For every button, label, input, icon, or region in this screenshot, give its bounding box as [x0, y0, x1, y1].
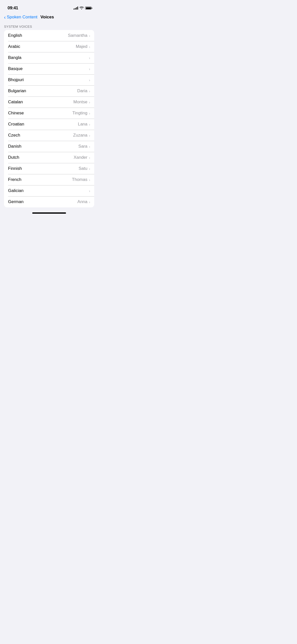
wifi-icon — [80, 6, 84, 10]
list-item[interactable]: CzechZuzana› — [4, 130, 94, 141]
item-right: Xander› — [74, 155, 90, 160]
voice-value: Samantha — [68, 33, 88, 38]
item-right: Lana› — [78, 122, 90, 127]
nav-bar: ‹ Spoken Content Voices — [0, 13, 98, 23]
status-icons — [74, 6, 92, 10]
chevron-right-icon: › — [89, 100, 90, 104]
voice-value: Satu — [79, 166, 87, 171]
item-right: Satu› — [79, 166, 90, 171]
chevron-right-icon: › — [89, 133, 90, 138]
item-right: Zuzana› — [73, 133, 90, 138]
language-label: German — [8, 199, 23, 204]
chevron-right-icon: › — [89, 122, 90, 126]
list-item[interactable]: Galician› — [4, 185, 94, 196]
language-label: Galician — [8, 188, 23, 193]
home-indicator — [0, 210, 98, 216]
back-chevron-icon: ‹ — [4, 15, 6, 20]
list-item[interactable]: CroatianLana› — [4, 119, 94, 130]
language-label: Chinese — [8, 111, 24, 116]
voices-list: EnglishSamantha›ArabicMajed›Bangla›Basqu… — [4, 30, 94, 207]
item-right: Samantha› — [68, 33, 90, 38]
language-label: Bangla — [8, 55, 21, 60]
status-bar: 09:41 — [0, 0, 98, 13]
chevron-right-icon: › — [89, 67, 90, 71]
voice-value: Tingting — [72, 111, 87, 116]
page-title: Voices — [41, 15, 54, 20]
language-label: Danish — [8, 144, 21, 149]
voice-value: Sara — [78, 144, 87, 149]
voice-value: Daria — [77, 88, 87, 93]
list-item[interactable]: CatalanMontse› — [4, 96, 94, 108]
list-item[interactable]: ChineseTingting› — [4, 108, 94, 119]
back-button[interactable]: ‹ Spoken Content — [4, 15, 38, 20]
signal-icon — [74, 7, 78, 10]
list-item[interactable]: DanishSara› — [4, 141, 94, 152]
chevron-right-icon: › — [89, 56, 90, 60]
language-label: French — [8, 177, 21, 182]
voice-value: Lana — [78, 122, 87, 127]
language-label: Basque — [8, 66, 23, 71]
list-item[interactable]: ArabicMajed› — [4, 41, 94, 52]
item-right: › — [89, 78, 90, 82]
chevron-right-icon: › — [89, 189, 90, 193]
section-header: SYSTEM VOICES — [0, 23, 98, 30]
list-item[interactable]: Bhojpuri› — [4, 74, 94, 85]
voice-value: Anna — [77, 199, 87, 204]
list-item[interactable]: Basque› — [4, 63, 94, 74]
chevron-right-icon: › — [89, 144, 90, 149]
language-label: English — [8, 33, 22, 38]
language-label: Dutch — [8, 155, 19, 160]
chevron-right-icon: › — [89, 78, 90, 82]
chevron-right-icon: › — [89, 167, 90, 171]
list-item[interactable]: EnglishSamantha› — [4, 30, 94, 41]
language-label: Croatian — [8, 122, 24, 127]
voice-value: Majed — [76, 44, 87, 49]
language-label: Arabic — [8, 44, 20, 49]
chevron-right-icon: › — [89, 155, 90, 160]
language-label: Czech — [8, 133, 20, 138]
voice-value: Thomas — [72, 177, 87, 182]
list-item[interactable]: BulgarianDaria› — [4, 85, 94, 96]
home-indicator-bar — [32, 212, 66, 214]
voice-value: Zuzana — [73, 133, 87, 138]
language-label: Bulgarian — [8, 88, 26, 93]
language-label: Bhojpuri — [8, 77, 24, 82]
list-item[interactable]: DutchXander› — [4, 152, 94, 163]
list-item[interactable]: FrenchThomas› — [4, 174, 94, 185]
language-label: Finnish — [8, 166, 22, 171]
item-right: Tingting› — [72, 111, 90, 116]
item-right: › — [89, 189, 90, 193]
voice-value: Montse — [73, 100, 87, 105]
voice-value: Xander — [74, 155, 87, 160]
item-right: Montse› — [73, 100, 90, 105]
chevron-right-icon: › — [89, 200, 90, 204]
item-right: › — [89, 56, 90, 60]
chevron-right-icon: › — [89, 111, 90, 115]
item-right: Anna› — [77, 199, 90, 204]
back-label: Spoken Content — [7, 15, 38, 20]
status-time: 09:41 — [8, 6, 18, 11]
item-right: Daria› — [77, 88, 90, 93]
item-right: › — [89, 67, 90, 71]
chevron-right-icon: › — [89, 89, 90, 93]
battery-icon — [85, 7, 92, 10]
chevron-right-icon: › — [89, 178, 90, 182]
item-right: Sara› — [78, 144, 90, 149]
language-label: Catalan — [8, 100, 23, 105]
item-right: Majed› — [76, 44, 90, 49]
list-item[interactable]: FinnishSatu› — [4, 163, 94, 174]
item-right: Thomas› — [72, 177, 90, 182]
list-item[interactable]: GermanAnna› — [4, 196, 94, 207]
list-item[interactable]: Bangla› — [4, 52, 94, 63]
chevron-right-icon: › — [89, 34, 90, 38]
chevron-right-icon: › — [89, 45, 90, 49]
